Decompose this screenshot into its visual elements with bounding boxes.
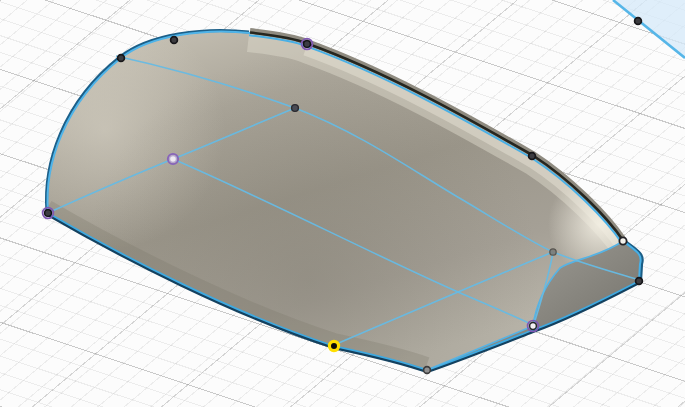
control-point-v-cap-top[interactable]	[619, 237, 626, 244]
control-point-v-top-left-2[interactable]	[171, 37, 178, 44]
control-point-v-top-mid[interactable]	[302, 39, 313, 50]
control-point-v-bottom-mid[interactable]	[329, 341, 338, 350]
control-point-v-top-right[interactable]	[529, 153, 536, 160]
modeling-viewport[interactable]	[0, 0, 685, 407]
control-point-v-bottom-tip[interactable]	[424, 367, 431, 374]
control-point-v-interior-top[interactable]	[292, 105, 299, 112]
control-point-v-interior-right[interactable]	[550, 249, 556, 255]
control-point-v-rim-mid[interactable]	[528, 321, 539, 332]
control-point-v-cap-bottom[interactable]	[636, 278, 643, 285]
control-point-v-left-corner[interactable]	[43, 208, 54, 219]
construction-plane[interactable]	[613, 0, 685, 58]
control-point-v-top-left-1[interactable]	[118, 55, 125, 62]
form-canvas[interactable]	[0, 0, 685, 407]
control-point-v-plane-edge[interactable]	[635, 18, 642, 25]
control-point-v-interior-left[interactable]	[168, 154, 178, 164]
